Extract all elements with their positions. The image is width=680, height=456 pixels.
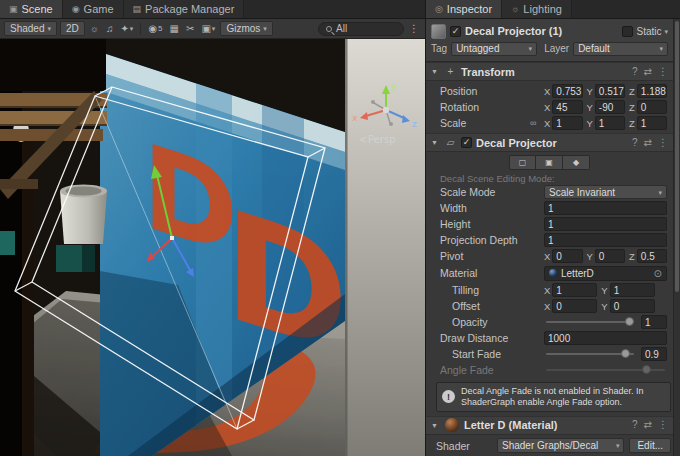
x-axis-label[interactable]: X [544,251,550,262]
help-icon[interactable] [632,138,638,148]
audio-toggle-icon[interactable] [104,21,116,36]
active-checkbox[interactable] [450,26,461,37]
edit-shader-button[interactable]: Edit... [629,438,671,453]
inspector-tab-icon [435,5,443,14]
height-field[interactable]: 1 [544,217,667,231]
scene-canvas: D D D [0,39,425,456]
scene-search-input[interactable]: All [318,22,404,36]
z-axis-label[interactable]: Z [629,251,635,262]
foldout-icon[interactable] [431,68,440,75]
inspector-content: Decal Projector (1) Static Tag Untagged … [426,19,680,456]
material-object-field[interactable]: LetterD [544,266,667,281]
material-inspector-header[interactable]: Letter D (Material) [426,416,673,435]
width-field[interactable]: 1 [544,201,667,215]
kebab-menu-icon[interactable] [658,67,668,77]
kebab-menu-icon[interactable] [658,420,668,430]
z-axis-label[interactable]: Z [629,86,635,97]
scene-viewport[interactable]: D D D [0,39,425,456]
camera-settings-button[interactable] [199,21,217,36]
rotation-x-field[interactable]: 45 [552,100,582,114]
gizmos-dropdown[interactable]: Gizmos [220,21,272,36]
eye-icon [148,24,157,34]
draw-mode-dropdown[interactable]: Shaded [4,21,57,36]
y-axis-label[interactable]: Y [587,102,593,113]
edit-scale-mode-button[interactable] [509,155,536,170]
persp-toggle[interactable]: < Persp [359,134,396,145]
shader-dropdown[interactable]: Shader Graphs/Decal [497,438,624,453]
scale-mode-dropdown[interactable]: Scale Invariant [544,185,667,199]
more-options-icon[interactable] [407,21,421,36]
z-axis-label[interactable]: Z [629,118,635,129]
tiling-y-field[interactable]: 1 [610,283,655,297]
y-axis-label[interactable]: Y [587,251,593,262]
layer-dropdown[interactable]: Default [573,42,668,56]
offset-x-field[interactable]: 0 [552,299,597,313]
help-icon[interactable] [632,420,638,430]
decal-projector-header[interactable]: Decal Projector [426,133,673,152]
y-axis-label[interactable]: Y [587,86,593,97]
tab-scene[interactable]: Scene [0,0,63,18]
pivot-z-field[interactable]: 0.5 [637,249,667,263]
lighting-toggle-icon[interactable] [88,21,101,36]
projection-depth-row: Projection Depth 1 [426,232,673,248]
component-enabled-checkbox[interactable] [461,137,472,148]
pivot-y-field[interactable]: 0 [595,249,625,263]
x-axis-label[interactable]: X [544,102,550,113]
presets-icon[interactable] [644,67,652,77]
gameobject-name[interactable]: Decal Projector (1) [465,25,618,37]
y-axis-label[interactable]: Y [587,118,593,129]
tab-game[interactable]: Game [63,0,124,18]
tab-package-manager[interactable]: Package Manager [124,0,245,18]
static-dropdown[interactable]: Static [622,26,668,37]
edit-crop-mode-button[interactable] [536,155,563,170]
scale-y-field[interactable]: 1 [595,116,625,130]
gameobject-header: Decal Projector (1) Static Tag Untagged … [426,19,673,62]
rotation-y-field[interactable]: -90 [595,100,625,114]
start-fade-slider[interactable] [544,347,636,361]
projection-depth-field[interactable]: 1 [544,233,667,247]
scale-z-field[interactable]: 1 [637,116,667,130]
x-axis-label[interactable]: X [544,301,550,312]
pivot-x-field[interactable]: 0 [552,249,582,263]
y-axis-label[interactable]: Y [601,301,607,312]
foldout-icon[interactable] [431,139,440,146]
presets-icon[interactable] [644,138,652,148]
rotation-row: Rotation X 45 Y -90 Z 0 [426,99,673,115]
x-axis-label[interactable]: X [544,285,550,296]
x-axis-label[interactable]: X [544,118,550,129]
uniform-scale-link-icon[interactable] [530,118,544,128]
start-fade-field[interactable]: 0.9 [641,347,667,361]
static-checkbox[interactable] [622,26,633,37]
inspector-scrollbar[interactable] [673,19,680,456]
scene-visibility-toggle[interactable]: 5 [146,21,164,36]
foldout-icon[interactable] [431,422,440,429]
component-tools-icon[interactable] [184,21,196,36]
rotation-z-field[interactable]: 0 [637,100,667,114]
position-x-field[interactable]: 0.753 [552,84,582,98]
offset-y-field[interactable]: 0 [610,299,655,313]
position-y-field[interactable]: 0.517 [595,84,625,98]
object-picker-icon[interactable] [654,268,662,279]
presets-icon[interactable] [644,420,652,430]
y-axis-label[interactable]: Y [601,285,607,296]
help-icon[interactable] [632,67,638,77]
edit-pivot-mode-button[interactable] [563,155,590,170]
tiling-x-field[interactable]: 1 [552,283,597,297]
2d-toggle[interactable]: 2D [60,21,85,36]
tab-lighting[interactable]: Lighting [502,0,572,18]
x-axis-label[interactable]: X [544,86,550,97]
tab-inspector[interactable]: Inspector [426,0,502,18]
opacity-slider[interactable] [544,315,636,329]
position-z-field[interactable]: 1.188 [637,84,667,98]
scale-x-field[interactable]: 1 [552,116,582,130]
opacity-field[interactable]: 1 [641,315,667,329]
tag-dropdown[interactable]: Untagged [451,42,537,56]
z-axis-label[interactable]: Z [629,102,635,113]
grid-settings-button[interactable] [168,21,181,36]
tag-value: Untagged [456,43,499,54]
kebab-menu-icon[interactable] [658,138,668,148]
effects-dropdown[interactable] [118,21,135,36]
draw-distance-field[interactable]: 1000 [544,331,667,345]
transform-header[interactable]: + Transform [426,62,673,81]
scrollbar-thumb[interactable] [675,21,679,292]
